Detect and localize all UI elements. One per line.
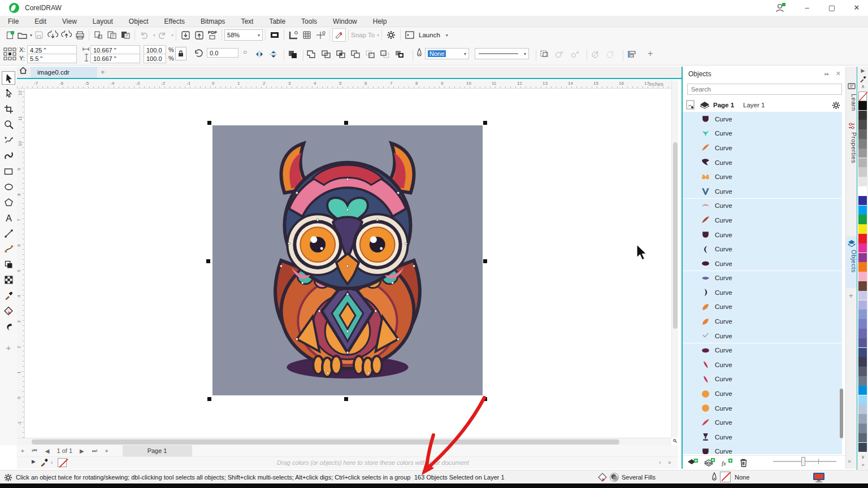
object-row[interactable]: Curve bbox=[683, 401, 842, 416]
zoom-tool[interactable] bbox=[2, 118, 15, 132]
fullscreen-preview-button[interactable] bbox=[268, 28, 281, 42]
palette-eyedropper-small-icon[interactable] bbox=[860, 76, 866, 83]
color-swatch[interactable] bbox=[858, 234, 867, 243]
color-swatch[interactable] bbox=[858, 386, 867, 395]
object-row[interactable]: Curve bbox=[683, 112, 842, 127]
color-swatch[interactable] bbox=[858, 281, 867, 291]
color-swatch[interactable] bbox=[858, 300, 867, 310]
wrap-text-button[interactable] bbox=[538, 47, 552, 61]
menu-text[interactable]: Text bbox=[233, 18, 261, 25]
print-button[interactable] bbox=[73, 28, 86, 42]
rectangle-tool[interactable] bbox=[2, 164, 15, 178]
line-tool[interactable] bbox=[2, 226, 15, 240]
object-row[interactable]: Curve bbox=[683, 228, 842, 242]
vertical-scrollbar-thumb[interactable] bbox=[673, 142, 678, 329]
document-tab[interactable]: image0.cdr bbox=[31, 67, 97, 78]
add-docker-button[interactable]: + bbox=[849, 291, 853, 300]
new-master-layer-button[interactable] bbox=[704, 457, 715, 467]
remove-effect-button-1[interactable] bbox=[553, 47, 566, 61]
menu-object[interactable]: Object bbox=[121, 18, 157, 25]
add-page-button-right[interactable]: + bbox=[101, 448, 112, 454]
open-button[interactable]: ▾ bbox=[17, 28, 32, 42]
vertical-scrollbar[interactable] bbox=[671, 80, 678, 438]
proof-colors-monitor-icon[interactable] bbox=[813, 472, 825, 483]
polygon-tool[interactable] bbox=[2, 195, 15, 209]
front-minus-back-button[interactable] bbox=[364, 47, 377, 61]
status-gear-icon[interactable] bbox=[3, 473, 13, 482]
palette-expand-icon[interactable]: » bbox=[668, 459, 671, 465]
fill-status-icon[interactable] bbox=[598, 473, 607, 482]
color-swatch[interactable] bbox=[858, 433, 867, 443]
delete-button[interactable] bbox=[739, 458, 748, 467]
objects-icon[interactable] bbox=[848, 239, 856, 247]
edit-fill-button[interactable] bbox=[589, 47, 602, 61]
new-document-tab-button[interactable]: + bbox=[101, 68, 105, 76]
smart-fill-tool[interactable] bbox=[2, 320, 15, 333]
object-row[interactable]: Curve bbox=[683, 358, 842, 372]
vertical-ruler[interactable]: 1211109876543210-1 bbox=[17, 89, 25, 438]
object-row[interactable]: Curve bbox=[683, 242, 842, 256]
color-swatch[interactable] bbox=[858, 310, 867, 319]
selection-handle-bottom-left[interactable] bbox=[207, 397, 211, 401]
menu-help[interactable]: Help bbox=[365, 18, 395, 25]
color-swatch[interactable] bbox=[858, 149, 867, 158]
selection-handle-middle-left[interactable] bbox=[206, 259, 210, 263]
color-swatch-none[interactable] bbox=[858, 91, 867, 101]
object-row[interactable]: Curve bbox=[683, 169, 842, 184]
object-row[interactable]: Curve bbox=[683, 386, 842, 401]
page-thumbnail-icon[interactable] bbox=[686, 100, 696, 110]
home-tab-icon[interactable] bbox=[16, 67, 31, 78]
color-swatch[interactable] bbox=[858, 139, 867, 149]
objects-search-input[interactable] bbox=[687, 84, 842, 95]
scale-height-field[interactable]: 100.0 bbox=[144, 54, 166, 63]
color-swatch[interactable] bbox=[858, 129, 867, 139]
color-swatch[interactable] bbox=[858, 319, 867, 329]
undo-button[interactable] bbox=[137, 28, 151, 42]
selection-handle-top-center[interactable] bbox=[344, 121, 348, 125]
object-row[interactable]: Curve bbox=[683, 445, 842, 454]
color-swatch[interactable] bbox=[858, 376, 867, 386]
color-swatch[interactable] bbox=[858, 111, 867, 120]
object-row[interactable]: Curve bbox=[683, 199, 842, 213]
color-swatch[interactable] bbox=[858, 177, 867, 186]
import-button[interactable] bbox=[179, 28, 192, 42]
edit-outline-button[interactable] bbox=[604, 47, 617, 61]
menu-file[interactable]: File bbox=[0, 18, 27, 25]
interactive-fill-tool[interactable] bbox=[2, 304, 15, 318]
back-minus-front-button[interactable] bbox=[379, 47, 392, 61]
close-button[interactable]: ✕ bbox=[844, 0, 868, 16]
color-swatch[interactable] bbox=[858, 338, 867, 348]
color-swatch[interactable] bbox=[858, 262, 867, 272]
color-swatch[interactable] bbox=[858, 101, 867, 111]
object-row[interactable]: Curve bbox=[683, 430, 842, 445]
snap-to-dropdown[interactable]: Snap To bbox=[351, 32, 375, 38]
object-row[interactable]: Curve bbox=[683, 271, 842, 286]
intersect-button[interactable] bbox=[335, 47, 348, 61]
object-row[interactable]: Curve bbox=[683, 184, 842, 199]
object-row[interactable]: Curve bbox=[683, 127, 842, 141]
trim-button[interactable] bbox=[320, 47, 333, 61]
horizontal-scrollbar-thumb[interactable] bbox=[32, 439, 619, 445]
menu-window[interactable]: Window bbox=[325, 18, 365, 25]
slider-thumb[interactable] bbox=[801, 457, 805, 466]
create-boundary-button[interactable] bbox=[393, 47, 407, 61]
selection-handle-middle-right[interactable] bbox=[483, 259, 487, 263]
color-swatch[interactable] bbox=[858, 167, 867, 177]
horizontal-ruler[interactable]: -7-6-5-4-3-2-101234567891011121314151617 bbox=[17, 80, 671, 89]
zoom-corner-icon[interactable]: 🔍︎ bbox=[671, 438, 679, 445]
line-style-combo[interactable]: ▾ bbox=[475, 48, 529, 59]
outline-none-swatch[interactable] bbox=[720, 472, 731, 482]
paste-button[interactable] bbox=[119, 28, 132, 42]
user-account-icon[interactable] bbox=[774, 2, 787, 14]
outline-status-pen-icon[interactable] bbox=[711, 472, 718, 482]
menu-effects[interactable]: Effects bbox=[157, 18, 193, 25]
mirror-horizontal-button[interactable] bbox=[253, 47, 267, 61]
lock-ratio-button[interactable] bbox=[175, 47, 186, 60]
object-row[interactable]: Curve bbox=[683, 415, 842, 430]
layer-options-gear-icon[interactable] bbox=[831, 101, 841, 110]
layer-visibility-icon[interactable] bbox=[700, 101, 710, 109]
palette-flyout-icon[interactable]: ▶ bbox=[32, 459, 36, 464]
next-page-button[interactable]: ▶ bbox=[76, 448, 88, 454]
selection-handle-bottom-right[interactable] bbox=[483, 397, 487, 401]
new-effect-button[interactable]: fx bbox=[721, 458, 734, 467]
